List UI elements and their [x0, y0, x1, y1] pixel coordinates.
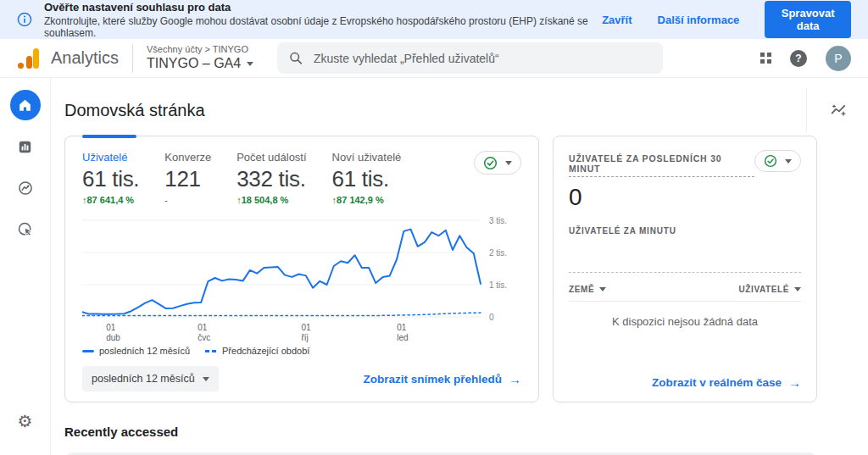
date-range-value: posledních 12 měsíců	[92, 373, 195, 385]
svg-text:0: 0	[489, 313, 494, 322]
account-name: TINYGO – GA4	[147, 55, 241, 72]
chevron-down-icon	[785, 159, 792, 164]
banner-title: Ověřte nastavení souhlasu pro data	[44, 1, 602, 14]
manage-data-button[interactable]: Spravovat data	[765, 1, 851, 38]
bar-chart-icon	[17, 139, 33, 155]
insights-button[interactable]	[806, 88, 868, 132]
reports-snapshot-link[interactable]: Zobrazit snímek přehledů →	[363, 372, 521, 386]
metric-delta: ↑87 142,9 %	[332, 195, 402, 205]
metric-label: Uživatelé	[82, 151, 139, 164]
svg-text:dub: dub	[106, 333, 120, 342]
per-minute-sparkline	[569, 237, 801, 273]
sidebar-item-reports[interactable]	[10, 131, 41, 162]
recently-accessed-title: Recently accessed	[64, 424, 868, 439]
metric-delta: ↑18 504,8 %	[236, 195, 306, 205]
svg-text:01: 01	[198, 323, 208, 332]
insights-sparkline-icon	[829, 101, 848, 119]
sidebar-item-advertising[interactable]	[10, 214, 41, 245]
solid-line-swatch	[82, 350, 94, 352]
avatar[interactable]: P	[826, 46, 851, 71]
legend-label: Předcházející období	[222, 346, 309, 356]
metric-label: Konverze	[164, 151, 211, 164]
realtime-quality-dropdown[interactable]	[754, 150, 801, 172]
metric-label: Počet událostí	[236, 151, 306, 164]
metric-delta: ↑87 641,4 %	[82, 195, 139, 205]
chart-legend: posledních 12 měsíců Předcházející obdob…	[82, 346, 521, 356]
info-icon	[17, 12, 32, 27]
realtime-user-count: 0	[569, 184, 801, 211]
more-info-link[interactable]: Další informace	[658, 14, 740, 26]
svg-text:1 tis.: 1 tis.	[489, 280, 507, 290]
column-label: UŽIVATELÉ	[739, 285, 789, 294]
consent-banner: Ověřte nastavení souhlasu pro data Zkont…	[0, 0, 868, 39]
breadcrumb: Všechny účty > TINYGO	[147, 44, 253, 56]
metric-tab-users[interactable]: Uživatelé 61 tis. ↑87 641,4 %	[82, 151, 139, 205]
legend-label: posledních 12 měsíců	[99, 346, 190, 356]
sidebar-item-explore[interactable]	[10, 173, 41, 203]
home-icon	[17, 97, 33, 114]
help-icon[interactable]: ?	[790, 50, 807, 67]
chevron-down-icon	[505, 161, 512, 165]
realtime-card: UŽIVATELÉ ZA POSLEDNÍCH 30 MINUT 0 UŽIVA…	[553, 136, 817, 402]
active-metric-indicator	[82, 135, 136, 138]
apps-grid-icon[interactable]	[760, 53, 771, 64]
users-column-header[interactable]: UŽIVATELÉ	[739, 285, 801, 294]
chevron-down-icon	[247, 62, 253, 66]
dismiss-banner-button[interactable]: Zavřít	[602, 14, 632, 26]
banner-subtitle: Zkontrolujte, které služby Google mohou …	[44, 15, 602, 39]
metric-tab-conversions[interactable]: Konverze 121 -	[164, 151, 211, 205]
advertising-cursor-icon	[17, 221, 34, 238]
chevron-down-icon	[794, 287, 801, 291]
search-input[interactable]	[314, 52, 651, 65]
column-label: ZEMĚ	[569, 285, 594, 294]
dashed-line-swatch	[205, 350, 217, 352]
svg-text:01: 01	[397, 323, 407, 332]
analytics-logo-icon	[17, 48, 42, 69]
realtime-title[interactable]: UŽIVATELÉ ZA POSLEDNÍCH 30 MINUT	[569, 153, 754, 177]
svg-text:čvc: čvc	[198, 333, 210, 342]
app-header: Analytics Všechny účty > TINYGO TINYGO –…	[0, 39, 868, 78]
sidebar: ⚙	[0, 78, 51, 455]
metric-value: 61 tis.	[332, 166, 402, 192]
svg-text:led: led	[397, 333, 408, 342]
svg-text:01: 01	[302, 323, 312, 332]
legend-item-previous: Předcházející období	[205, 346, 309, 356]
link-label: Zobrazit snímek přehledů	[363, 373, 502, 386]
chevron-down-icon	[203, 377, 209, 381]
arrow-right-icon: →	[788, 375, 801, 390]
header-divider	[132, 44, 133, 73]
overview-card: Uživatelé 61 tis. ↑87 641,4 % Konverze 1…	[64, 136, 539, 402]
page-title: Domovská stránka	[64, 101, 205, 120]
svg-text:říj: říj	[302, 333, 309, 342]
metric-tab-new-users[interactable]: Noví uživatelé 61 tis. ↑87 142,9 %	[332, 151, 402, 205]
metric-tab-event-count[interactable]: Počet událostí 332 tis. ↑18 504,8 %	[236, 151, 306, 205]
account-switcher[interactable]: Všechny účty > TINYGO TINYGO – GA4	[147, 44, 253, 73]
svg-text:3 tis.: 3 tis.	[489, 217, 507, 225]
svg-text:2 tis.: 2 tis.	[489, 248, 507, 258]
metric-delta: -	[164, 195, 211, 205]
date-range-dropdown[interactable]: posledních 12 měsíců	[82, 366, 219, 391]
metric-value: 332 tis.	[236, 166, 306, 192]
arrow-right-icon: →	[509, 372, 521, 386]
svg-text:01: 01	[106, 323, 116, 332]
view-realtime-link[interactable]: Zobrazit v reálném čase →	[652, 375, 801, 390]
explore-trend-icon	[17, 180, 34, 197]
status-ok-icon	[483, 156, 498, 170]
sidebar-item-home[interactable]	[10, 90, 41, 120]
search-icon	[289, 51, 303, 65]
link-label: Zobrazit v reálném čase	[652, 376, 782, 389]
gear-icon[interactable]: ⚙	[18, 411, 33, 431]
metric-value: 61 tis.	[82, 166, 139, 192]
users-line-chart: 3 tis.2 tis.1 tis.001dub01čvc01říj01led	[82, 217, 521, 344]
users-per-minute-label: UŽIVATELÉ ZA MINUTU	[569, 226, 801, 236]
metric-label: Noví uživatelé	[332, 151, 402, 164]
status-ok-icon	[764, 154, 777, 168]
main-content: Domovská stránka Uživatelé 61 tis. ↑87 6…	[51, 78, 868, 455]
search-bar[interactable]	[277, 42, 663, 74]
chevron-down-icon	[599, 287, 606, 291]
no-data-message: K dispozici nejsou žádná data	[569, 315, 801, 328]
metric-value: 121	[164, 166, 211, 192]
legend-item-current: posledních 12 měsíců	[82, 346, 190, 356]
data-quality-dropdown[interactable]	[474, 151, 521, 175]
country-column-header[interactable]: ZEMĚ	[569, 285, 606, 294]
